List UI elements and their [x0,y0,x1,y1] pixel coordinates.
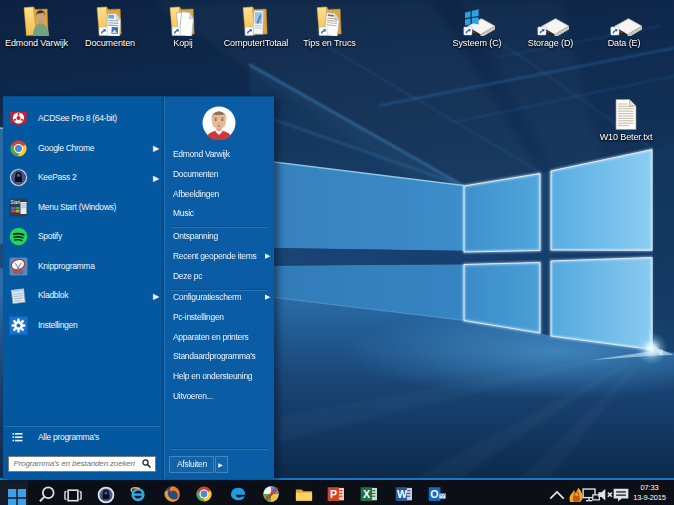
svg-text:X: X [363,488,371,500]
svg-text:O: O [430,488,438,500]
svg-text:P: P [329,488,336,500]
svg-text:W: W [396,488,407,500]
svg-text:Start: Start [10,200,20,205]
